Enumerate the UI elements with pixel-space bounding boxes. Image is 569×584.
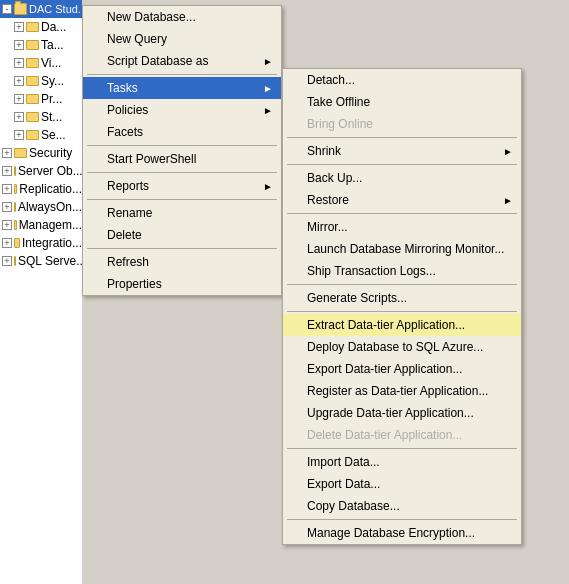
folder-icon-st bbox=[26, 112, 39, 122]
menu-export-data[interactable]: Export Data... bbox=[283, 473, 521, 495]
menu-policies[interactable]: Policies ► bbox=[83, 99, 281, 121]
tree-item-integration[interactable]: + Integratio... bbox=[0, 234, 82, 252]
arrow-tasks: ► bbox=[263, 83, 273, 94]
tree-item-root[interactable]: - DAC Stud... bbox=[0, 0, 82, 18]
tree-item-alwayson[interactable]: + AlwaysOn... bbox=[0, 198, 82, 216]
menu-take-offline[interactable]: Take Offline bbox=[283, 91, 521, 113]
folder-icon-replication bbox=[14, 184, 17, 194]
menu-restore[interactable]: Restore ► bbox=[283, 189, 521, 211]
menu-script-database[interactable]: Script Database as ► bbox=[83, 50, 281, 72]
tree-item-sqlserver[interactable]: + SQL Serve... bbox=[0, 252, 82, 270]
expand-icon-vi[interactable]: + bbox=[14, 58, 24, 68]
menu-detach[interactable]: Detach... bbox=[283, 69, 521, 91]
folder-icon-security bbox=[14, 148, 27, 158]
tree-item-ta[interactable]: + Ta... bbox=[0, 36, 82, 54]
menu-extract-data-tier[interactable]: Extract Data-tier Application... bbox=[283, 314, 521, 336]
expand-icon-se[interactable]: + bbox=[14, 130, 24, 140]
separator-t4 bbox=[287, 284, 517, 285]
separator-2 bbox=[87, 145, 277, 146]
menu-rename[interactable]: Rename bbox=[83, 202, 281, 224]
tree-item-replication[interactable]: + Replicatio... bbox=[0, 180, 82, 198]
menu-new-query[interactable]: New Query bbox=[83, 28, 281, 50]
menu-ship-transaction[interactable]: Ship Transaction Logs... bbox=[283, 260, 521, 282]
expand-icon-pr[interactable]: + bbox=[14, 94, 24, 104]
arrow-script-database: ► bbox=[263, 56, 273, 67]
menu-generate-scripts[interactable]: Generate Scripts... bbox=[283, 287, 521, 309]
tree-item-sy[interactable]: + Sy... bbox=[0, 72, 82, 90]
folder-icon-sqlserver bbox=[14, 256, 16, 266]
menu-properties[interactable]: Properties bbox=[83, 273, 281, 295]
db-icon bbox=[14, 3, 27, 15]
expand-icon-serverob[interactable]: + bbox=[2, 166, 12, 176]
separator-4 bbox=[87, 199, 277, 200]
tree-item-serverob[interactable]: + Server Ob... bbox=[0, 162, 82, 180]
menu-launch-mirroring[interactable]: Launch Database Mirroring Monitor... bbox=[283, 238, 521, 260]
separator-t2 bbox=[287, 164, 517, 165]
arrow-restore: ► bbox=[503, 195, 513, 206]
folder-icon-integration bbox=[14, 238, 20, 248]
separator-3 bbox=[87, 172, 277, 173]
menu-delete[interactable]: Delete bbox=[83, 224, 281, 246]
tree-item-se[interactable]: + Se... bbox=[0, 126, 82, 144]
menu-new-database[interactable]: New Database... bbox=[83, 6, 281, 28]
folder-icon-serverob bbox=[14, 166, 16, 176]
tree-item-security[interactable]: + Security bbox=[0, 144, 82, 162]
expand-icon-ta[interactable]: + bbox=[14, 40, 24, 50]
folder-icon-management bbox=[14, 220, 17, 230]
folder-icon-ta bbox=[26, 40, 39, 50]
folder-icon-sy bbox=[26, 76, 39, 86]
separator-5 bbox=[87, 248, 277, 249]
arrow-shrink: ► bbox=[503, 146, 513, 157]
menu-tasks[interactable]: Tasks ► bbox=[83, 77, 281, 99]
folder-icon-se bbox=[26, 130, 39, 140]
expand-icon-integration[interactable]: + bbox=[2, 238, 12, 248]
menu-start-powershell[interactable]: Start PowerShell bbox=[83, 148, 281, 170]
menu-register-data-tier[interactable]: Register as Data-tier Application... bbox=[283, 380, 521, 402]
separator-1 bbox=[87, 74, 277, 75]
menu-reports[interactable]: Reports ► bbox=[83, 175, 281, 197]
menu-import-data[interactable]: Import Data... bbox=[283, 451, 521, 473]
arrow-policies: ► bbox=[263, 105, 273, 116]
menu-manage-encryption[interactable]: Manage Database Encryption... bbox=[283, 522, 521, 544]
expand-icon-sqlserver[interactable]: + bbox=[2, 256, 12, 266]
arrow-reports: ► bbox=[263, 181, 273, 192]
menu-deploy-sql-azure[interactable]: Deploy Database to SQL Azure... bbox=[283, 336, 521, 358]
expand-icon-security[interactable]: + bbox=[2, 148, 12, 158]
separator-t5 bbox=[287, 311, 517, 312]
expand-icon-sy[interactable]: + bbox=[14, 76, 24, 86]
expand-icon-management[interactable]: + bbox=[2, 220, 12, 230]
context-menu-1: New Database... New Query Script Databas… bbox=[82, 5, 282, 296]
menu-export-data-tier[interactable]: Export Data-tier Application... bbox=[283, 358, 521, 380]
menu-shrink[interactable]: Shrink ► bbox=[283, 140, 521, 162]
folder-icon-alwayson bbox=[14, 202, 16, 212]
tree-item-da[interactable]: + Da... bbox=[0, 18, 82, 36]
folder-icon-da bbox=[26, 22, 39, 32]
tree-item-management[interactable]: + Managem... bbox=[0, 216, 82, 234]
tree-item-vi[interactable]: + Vi... bbox=[0, 54, 82, 72]
expand-icon[interactable]: - bbox=[2, 4, 12, 14]
menu-upgrade-data-tier[interactable]: Upgrade Data-tier Application... bbox=[283, 402, 521, 424]
menu-copy-database[interactable]: Copy Database... bbox=[283, 495, 521, 517]
separator-t7 bbox=[287, 519, 517, 520]
folder-icon-pr bbox=[26, 94, 39, 104]
separator-t3 bbox=[287, 213, 517, 214]
menu-delete-data-tier[interactable]: Delete Data-tier Application... bbox=[283, 424, 521, 446]
tree-item-st[interactable]: + St... bbox=[0, 108, 82, 126]
tree-view: - DAC Stud... + Da... + Ta... + Vi... + … bbox=[0, 0, 82, 270]
menu-facets[interactable]: Facets bbox=[83, 121, 281, 143]
separator-t1 bbox=[287, 137, 517, 138]
expand-icon-alwayson[interactable]: + bbox=[2, 202, 12, 212]
menu-bring-online[interactable]: Bring Online bbox=[283, 113, 521, 135]
tree-item-pr[interactable]: + Pr... bbox=[0, 90, 82, 108]
expand-icon-replication[interactable]: + bbox=[2, 184, 12, 194]
menu-backup[interactable]: Back Up... bbox=[283, 167, 521, 189]
tree-item-label: DAC Stud... bbox=[29, 3, 82, 15]
menu-mirror[interactable]: Mirror... bbox=[283, 216, 521, 238]
folder-icon-vi bbox=[26, 58, 39, 68]
expand-icon-da[interactable]: + bbox=[14, 22, 24, 32]
context-menu-tasks: Detach... Take Offline Bring Online Shri… bbox=[282, 68, 522, 545]
menu-refresh[interactable]: Refresh bbox=[83, 251, 281, 273]
expand-icon-st[interactable]: + bbox=[14, 112, 24, 122]
separator-t6 bbox=[287, 448, 517, 449]
